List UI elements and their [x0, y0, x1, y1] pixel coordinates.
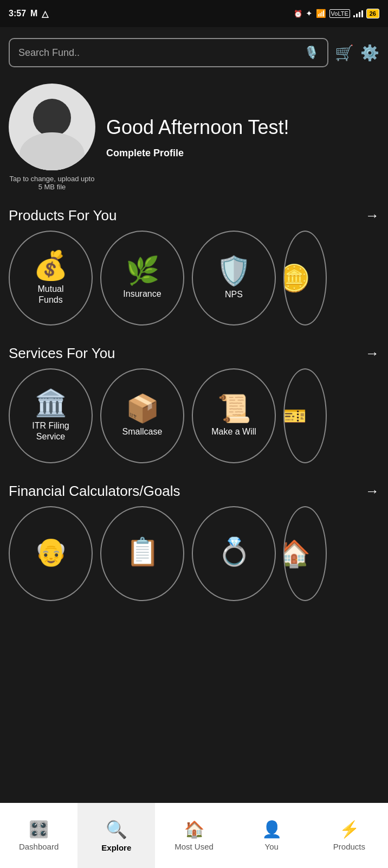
product-mutual-funds[interactable]: 💰 MutualFunds	[9, 231, 93, 326]
retirement-icon: 👴	[34, 538, 68, 565]
home-icon: 🏠	[283, 539, 311, 569]
products-nav-label: Products	[333, 842, 365, 851]
service-smallcase[interactable]: 📦 Smallcase	[100, 368, 184, 463]
plan-icon: 📋	[126, 538, 159, 565]
profile-section: Tap to change, upload upto 5 MB file Goo…	[0, 73, 388, 196]
services-section-header: Services For You →	[0, 334, 388, 368]
bottom-nav: 🎛️ Dashboard 🔍 Explore 🏠 Most Used 👤 You…	[0, 803, 388, 868]
avatar-head	[33, 99, 71, 137]
smallcase-label: Smallcase	[122, 426, 163, 437]
search-section: Search Fund.. 🎙️ 🛒 ⚙️	[0, 27, 388, 73]
service-make-will[interactable]: 📜 Make a Will	[192, 368, 276, 463]
volte-icon: VoLTE	[329, 9, 350, 18]
insurance-label: Insurance	[123, 289, 161, 299]
mutual-funds-label: MutualFunds	[37, 284, 63, 304]
calc-retirement[interactable]: 👴	[9, 506, 93, 601]
status-right: ⏰ ✦ 📶 VoLTE 26	[294, 9, 379, 18]
greeting-text: Good Afternoon Test!	[106, 116, 379, 139]
profile-greeting: Good Afternoon Test! Complete Profile	[106, 116, 379, 159]
product-insurance[interactable]: 🌿 Insurance	[100, 231, 184, 326]
will-icon: 📜	[217, 395, 251, 422]
calculators-arrow[interactable]: →	[365, 483, 379, 500]
you-icon: 👤	[262, 820, 282, 839]
service-itr[interactable]: 🏛️ ITR FilingService	[9, 368, 93, 463]
nps-icon: 🛡️	[216, 257, 251, 285]
products-arrow[interactable]: →	[365, 207, 379, 224]
services-arrow[interactable]: →	[365, 345, 379, 362]
status-left: 3:57 M △	[9, 9, 48, 19]
explore-label: Explore	[101, 843, 131, 852]
most-used-label: Most Used	[174, 842, 214, 851]
search-input[interactable]: Search Fund..	[18, 47, 304, 59]
alert-icon: △	[42, 9, 48, 19]
avatar-body-inner	[20, 132, 85, 170]
explore-icon: 🔍	[106, 819, 127, 840]
calculators-title: Financial Calculators/Goals	[9, 483, 180, 500]
avatar-caption: Tap to change, upload upto 5 MB file	[9, 175, 95, 191]
mic-icon[interactable]: 🎙️	[304, 46, 319, 60]
loan-icon: 🎫	[283, 405, 307, 427]
services-title: Services For You	[9, 345, 115, 362]
gmail-icon: M	[30, 9, 37, 18]
time: 3:57	[9, 9, 26, 18]
calculators-row: 👴 📋 💍 🏠	[0, 506, 388, 610]
dashboard-icon: 🎛️	[29, 820, 49, 839]
insurance-icon: 🌿	[126, 257, 159, 284]
bluetooth-icon: ✦	[306, 9, 313, 18]
will-label: Make a Will	[211, 426, 256, 437]
service-loan-partial[interactable]: 🎫	[283, 368, 327, 463]
you-label: You	[265, 842, 279, 851]
status-bar: 3:57 M △ ⏰ ✦ 📶 VoLTE 26	[0, 0, 388, 27]
smallcase-icon: 📦	[126, 395, 159, 422]
most-used-icon: 🏠	[184, 820, 204, 839]
nav-explore[interactable]: 🔍 Explore	[77, 803, 155, 868]
cart-icon[interactable]: 🛒	[335, 44, 354, 62]
wedding-icon: 💍	[217, 538, 251, 565]
nav-you[interactable]: 👤 You	[233, 803, 311, 868]
avatar[interactable]	[9, 84, 95, 170]
products-section-header: Products For You →	[0, 196, 388, 231]
search-box[interactable]: Search Fund.. 🎙️	[9, 38, 328, 67]
gold-icon: 🪙	[283, 263, 311, 293]
alarm-icon: ⏰	[294, 10, 302, 18]
settings-icon[interactable]: ⚙️	[360, 44, 379, 62]
nav-products[interactable]: ⚡ Products	[311, 803, 388, 868]
dashboard-label: Dashboard	[19, 842, 59, 851]
products-title: Products For You	[9, 207, 117, 224]
services-row: 🏛️ ITR FilingService 📦 Smallcase 📜 Make …	[0, 368, 388, 472]
itr-label: ITR FilingService	[32, 420, 69, 441]
nav-most-used[interactable]: 🏠 Most Used	[155, 803, 232, 868]
products-nav-icon: ⚡	[339, 820, 359, 839]
avatar-wrapper: Tap to change, upload upto 5 MB file	[9, 84, 95, 191]
signal-bars	[353, 10, 363, 17]
mutual-funds-icon: 💰	[33, 251, 68, 279]
calc-wedding[interactable]: 💍	[192, 506, 276, 601]
itr-icon: 🏛️	[35, 390, 67, 416]
nav-dashboard[interactable]: 🎛️ Dashboard	[0, 803, 77, 868]
avatar-body	[20, 132, 85, 170]
calc-plan[interactable]: 📋	[100, 506, 184, 601]
product-nps[interactable]: 🛡️ NPS	[192, 231, 276, 326]
battery-indicator: 26	[366, 9, 379, 18]
nps-label: NPS	[225, 289, 243, 299]
wifi-icon: 📶	[316, 9, 326, 18]
calc-home-partial[interactable]: 🏠	[283, 506, 327, 601]
products-row: 💰 MutualFunds 🌿 Insurance 🛡️ NPS 🪙	[0, 231, 388, 334]
product-gold-partial[interactable]: 🪙	[283, 231, 327, 326]
calculators-section-header: Financial Calculators/Goals →	[0, 472, 388, 506]
complete-profile-button[interactable]: Complete Profile	[106, 148, 379, 159]
